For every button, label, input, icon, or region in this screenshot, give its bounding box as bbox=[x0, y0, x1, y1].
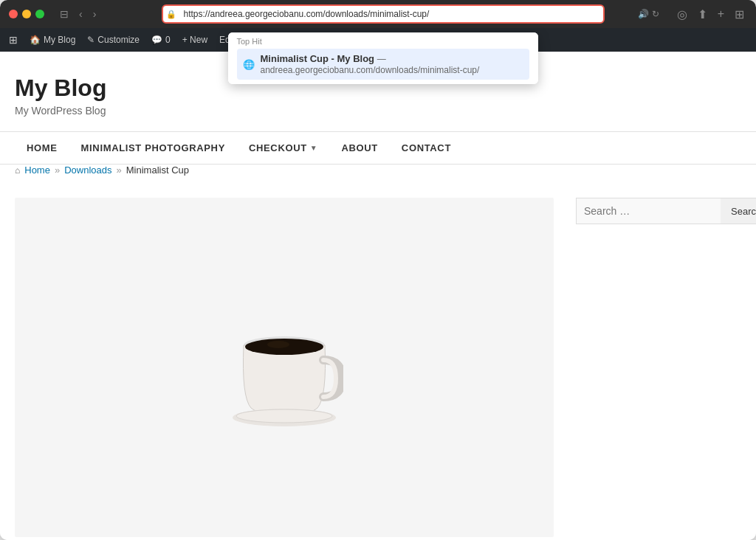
reload-button[interactable]: ↻ bbox=[652, 9, 659, 19]
close-button[interactable] bbox=[9, 10, 18, 18]
top-hit-url: andreea.georgeciobanu.com/downloads/mini… bbox=[261, 65, 480, 75]
breadcrumb: ⌂ Home » Downloads » Minimalist Cup bbox=[15, 165, 741, 176]
search-widget: Search bbox=[576, 198, 738, 224]
forward-button[interactable]: › bbox=[89, 7, 100, 21]
address-bar[interactable]: 🔒 https://andreea.georgeciobanu.com/down… bbox=[162, 4, 605, 24]
content-area bbox=[15, 198, 554, 537]
top-hit-separator: — bbox=[377, 54, 386, 64]
my-blog-item[interactable]: 🏠 My Blog bbox=[30, 35, 75, 45]
top-hit-title: Minimalist Cup - My Blog bbox=[261, 53, 375, 64]
nav-item-minimalist-photography: MINIMALIST PHOTOGRAPHY bbox=[69, 132, 237, 164]
audio-button[interactable]: 🔊 bbox=[638, 9, 649, 19]
extensions-button[interactable]: ⊞ bbox=[732, 6, 747, 23]
address-actions: 🔊 ↻ bbox=[638, 9, 659, 19]
site-main: Search bbox=[0, 183, 756, 540]
breadcrumb-current: Minimalist Cup bbox=[126, 165, 189, 176]
browser-nav-icons: ⊟ ‹ › bbox=[56, 7, 100, 21]
top-hit-item[interactable]: 🌐 Minimalist Cup - My Blog — andreea.geo… bbox=[237, 49, 529, 80]
nav-item-contact: CONTACT bbox=[390, 132, 463, 164]
top-hit-text: Minimalist Cup - My Blog — andreea.georg… bbox=[261, 53, 523, 75]
comments-item[interactable]: 💬 0 bbox=[151, 35, 171, 45]
sidebar: Search bbox=[576, 198, 738, 537]
search-input[interactable] bbox=[576, 198, 721, 224]
traffic-lights bbox=[9, 10, 44, 18]
title-bar: ⊟ ‹ › 🔒 https://andreea.georgeciobanu.co… bbox=[0, 0, 756, 28]
account-button[interactable]: ◎ bbox=[674, 6, 690, 23]
breadcrumb-home-link[interactable]: Home bbox=[24, 165, 50, 176]
nav-link-contact[interactable]: CONTACT bbox=[390, 132, 463, 164]
top-hit-label: Top Hit bbox=[237, 37, 529, 46]
customize-label: Customize bbox=[97, 35, 140, 45]
nav-item-home: HOME bbox=[15, 132, 69, 164]
new-tab-button[interactable]: + bbox=[715, 6, 727, 22]
website-content: My Blog My WordPress Blog HOME MINIMALIS… bbox=[0, 52, 756, 540]
customize-item[interactable]: ✎ Customize bbox=[87, 35, 140, 45]
maximize-button[interactable] bbox=[35, 10, 44, 18]
nav-item-about: ABOUT bbox=[329, 132, 389, 164]
breadcrumb-home-icon: ⌂ bbox=[15, 165, 20, 176]
nav-link-about[interactable]: ABOUT bbox=[329, 132, 389, 164]
search-button[interactable]: Search bbox=[721, 198, 756, 224]
my-blog-label: My Blog bbox=[44, 35, 75, 45]
coffee-cup-svg bbox=[225, 301, 343, 434]
comments-count: 0 bbox=[165, 35, 171, 45]
svg-point-2 bbox=[267, 341, 289, 348]
breadcrumb-sep-2: » bbox=[117, 165, 122, 176]
share-button[interactable]: ⬆ bbox=[695, 6, 710, 23]
breadcrumb-sep-1: » bbox=[55, 165, 60, 176]
breadcrumb-container: ⌂ Home » Downloads » Minimalist Cup bbox=[0, 165, 756, 183]
nav-item-checkout: CHECKOUT ▼ bbox=[237, 132, 329, 164]
my-blog-home-icon: 🏠 bbox=[30, 35, 41, 45]
site-tagline: My WordPress Blog bbox=[15, 105, 741, 117]
site-nav: HOME MINIMALIST PHOTOGRAPHY CHECKOUT ▼ A… bbox=[0, 131, 756, 165]
minimize-button[interactable] bbox=[22, 10, 31, 18]
svg-point-4 bbox=[236, 409, 332, 423]
url-text: https://andreea.georgeciobanu.com/downlo… bbox=[184, 4, 430, 24]
nav-link-minimalist-photography[interactable]: MINIMALIST PHOTOGRAPHY bbox=[69, 132, 237, 164]
autocomplete-dropdown: Top Hit 🌐 Minimalist Cup - My Blog — and… bbox=[228, 32, 538, 84]
product-image bbox=[15, 198, 554, 537]
sidebar-toggle-button[interactable]: ⊟ bbox=[56, 7, 72, 21]
customize-icon: ✎ bbox=[87, 35, 94, 45]
nav-link-home[interactable]: HOME bbox=[15, 132, 69, 164]
address-bar-wrapper: 🔒 https://andreea.georgeciobanu.com/down… bbox=[162, 4, 605, 24]
globe-icon: 🌐 bbox=[243, 59, 255, 70]
comments-icon: 💬 bbox=[151, 35, 162, 45]
address-bar-container: 🔒 https://andreea.georgeciobanu.com/down… bbox=[106, 4, 659, 24]
nav-link-checkout[interactable]: CHECKOUT ▼ bbox=[237, 132, 329, 164]
lock-icon: 🔒 bbox=[166, 10, 176, 19]
new-item[interactable]: + New bbox=[182, 35, 207, 45]
browser-toolbar-right: ◎ ⬆ + ⊞ bbox=[674, 6, 747, 23]
checkout-dropdown-arrow: ▼ bbox=[310, 144, 318, 152]
breadcrumb-downloads-link[interactable]: Downloads bbox=[64, 165, 111, 176]
nav-menu: HOME MINIMALIST PHOTOGRAPHY CHECKOUT ▼ A… bbox=[15, 132, 741, 164]
wp-logo-item[interactable]: ⊞ bbox=[9, 34, 18, 46]
wp-logo-icon: ⊞ bbox=[9, 34, 18, 46]
new-label: + New bbox=[182, 35, 207, 45]
autocomplete-top-hit: Top Hit 🌐 Minimalist Cup - My Blog — and… bbox=[228, 32, 538, 84]
checkout-label: CHECKOUT bbox=[249, 142, 307, 153]
back-button[interactable]: ‹ bbox=[75, 7, 86, 21]
